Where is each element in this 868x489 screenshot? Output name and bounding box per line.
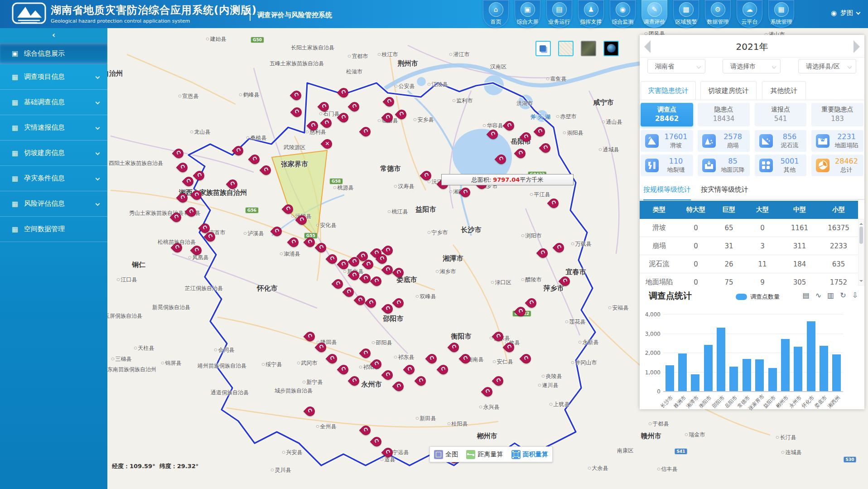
grid-line (663, 334, 843, 334)
chart-bar (729, 367, 738, 391)
refresh-icon[interactable]: ↻ (840, 291, 846, 300)
download-icon[interactable]: ⇩ (852, 291, 858, 300)
line-chart-icon[interactable]: ∿ (815, 291, 821, 300)
measure-prefix: 总面积: (472, 176, 493, 183)
street-basemap-button[interactable] (558, 41, 574, 56)
summary-card[interactable]: 调查点28462 (641, 103, 693, 126)
nav-item[interactable]: ▣综合大屏 (515, 0, 540, 28)
subtab-item[interactable]: 按规模等级统计 (643, 185, 691, 200)
hazard-stat-card: 17601滑坡 (641, 130, 693, 152)
hazard-stat-label: 泥石流 (773, 141, 806, 150)
hazard-glyph-icon (363, 350, 369, 355)
app-title: 湖南省地质灾害防治综合应用系统(内测版) (51, 3, 257, 17)
table-cell: 16375 (819, 224, 858, 232)
nav-item[interactable]: ♟指挥支撑 (578, 0, 604, 28)
ground-collapse-icon (816, 134, 829, 148)
map-tool-area[interactable]: 面积量算 (511, 450, 548, 459)
region-select[interactable]: 请选择县/区 (798, 59, 856, 73)
summary-card[interactable]: 速报点541 (755, 103, 806, 126)
sidebar-item[interactable]: ▦孕灾条件信息 (0, 166, 107, 191)
globe-basemap-button[interactable] (603, 41, 619, 56)
table-header-cell: 特大型 (679, 206, 713, 214)
nav-item[interactable]: ⌂首页 (483, 0, 509, 28)
nav-item[interactable]: ☁云平台 (737, 0, 762, 28)
next-year-button[interactable] (854, 40, 860, 53)
nav-item[interactable]: ⚙数据管理 (705, 0, 731, 28)
close-icon: ✕ (323, 140, 332, 148)
scroll-down-icon[interactable] (859, 280, 863, 284)
hazard-stat-text: 17601滑坡 (659, 132, 693, 150)
sidebar-item[interactable]: ▦灾情速报信息 (0, 115, 107, 140)
debris-flow-icon (759, 134, 773, 148)
layers-icon[interactable] (535, 41, 551, 56)
summary-card-value: 541 (755, 115, 806, 123)
nav-item[interactable]: ◉综合监测 (610, 0, 636, 28)
other-icon (759, 159, 773, 172)
sidebar-item[interactable]: ▦切坡建房信息 (0, 140, 107, 166)
hazard-glyph-icon (322, 103, 327, 109)
hazard-glyph-icon (386, 449, 391, 455)
satellite-basemap-button[interactable] (581, 41, 596, 56)
subtab-item[interactable]: 按灾情等级统计 (701, 185, 748, 199)
nav-item-icon: ✎ (647, 2, 662, 17)
table-scrollbar[interactable] (858, 219, 864, 286)
nav-item-icon: ⚙ (711, 2, 725, 17)
map-tool-full[interactable]: 全图 (434, 450, 458, 459)
nav-item[interactable]: ▤业务运行 (546, 0, 572, 28)
table-header-cell: 巨型 (713, 206, 745, 214)
user-menu[interactable]: ◉ 梦图 (831, 9, 860, 17)
hazard-glyph-icon (186, 178, 192, 184)
nav-item-icon: ◉ (616, 2, 630, 17)
hazard-stat-value: 2231 (829, 132, 863, 141)
map-tool-dist[interactable]: 距离量算 (466, 450, 503, 459)
summary-card[interactable]: 重要隐患点183 (811, 103, 863, 126)
chart-bar (794, 347, 802, 391)
region-select[interactable]: 请选择市 (723, 59, 781, 73)
nav-item[interactable]: ✎调查评价 (641, 0, 667, 28)
ground-fissure-icon (645, 159, 659, 172)
sidebar-item[interactable]: ▦空间数据管理 (0, 217, 107, 242)
chevron-down-icon (96, 126, 100, 130)
sidebar-item[interactable]: ▣综合信息展示 (0, 43, 107, 64)
region-select[interactable]: 湖南省 (647, 59, 705, 73)
tab-item[interactable]: 切坡建房统计 (700, 81, 757, 100)
scroll-thumb[interactable] (859, 227, 863, 244)
sidebar-item[interactable]: ▦风险评估信息 (0, 191, 107, 217)
current-year: 2021年 (640, 41, 864, 53)
eye-icon[interactable]: ◉ (831, 9, 837, 17)
chart-legend[interactable]: 调查点数量 (736, 293, 780, 301)
tab-item[interactable]: 其他统计 (762, 81, 806, 100)
bar-chart-icon[interactable]: ▥ (827, 291, 834, 300)
sidebar-item[interactable]: ▦调查项目信息 (0, 64, 107, 90)
hazard-glyph-icon (324, 120, 330, 125)
hazard-glyph-icon (374, 361, 380, 366)
hazard-glyph-icon (208, 233, 213, 239)
grid-line (663, 353, 843, 353)
summary-card-label: 速报点 (755, 106, 806, 114)
tab-item[interactable]: 灾害隐患统计 (641, 81, 696, 100)
summary-card[interactable]: 隐患点18434 (698, 103, 750, 126)
nav-item-icon: ⌂ (489, 2, 503, 17)
nav-item[interactable]: ▩区域预警 (673, 0, 699, 28)
hazard-stat-text: 85地面沉降 (716, 157, 750, 174)
username: 梦图 (840, 9, 853, 17)
summary-card-value: 28462 (641, 115, 693, 123)
hazard-stat-value: 2578 (716, 132, 750, 141)
hazard-glyph-icon (311, 122, 316, 128)
sidebar-item[interactable]: ▦基础调查信息 (0, 90, 107, 115)
data-view-icon[interactable]: ▤ (803, 291, 810, 300)
sidebar-item-label: 综合信息展示 (24, 49, 65, 58)
hazard-glyph-icon (194, 247, 200, 252)
nav-item-label: 系统管理 (771, 18, 792, 26)
hazard-glyph-icon (529, 300, 535, 305)
hazard-glyph-icon (496, 378, 502, 383)
grid-icon: ▦ (11, 174, 19, 183)
hazard-glyph-icon (518, 308, 524, 314)
grid-icon: ▦ (11, 124, 19, 132)
hazard-stat-card: 856泥石流 (755, 130, 806, 152)
nav-item-label: 区域预警 (675, 18, 697, 26)
nav-item[interactable]: ▦系统管理 (768, 0, 794, 28)
sidebar-collapse-button[interactable]: ‹ (0, 28, 107, 43)
select-value: 请选择县/区 (806, 63, 840, 70)
scroll-up-icon[interactable] (859, 221, 863, 225)
